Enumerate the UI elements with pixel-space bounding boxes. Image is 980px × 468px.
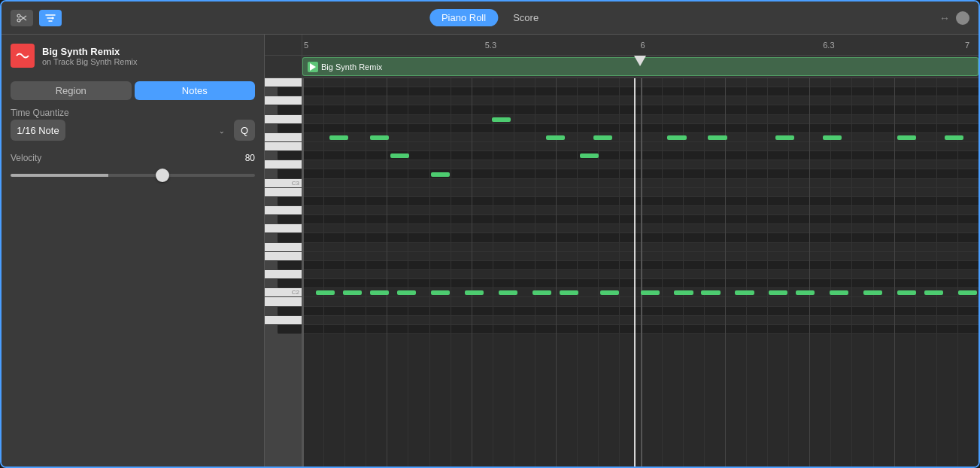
note-block[interactable] xyxy=(945,135,963,140)
piano-key[interactable] xyxy=(278,105,302,114)
svg-point-1 xyxy=(17,19,20,22)
scissors-button[interactable] xyxy=(11,10,33,26)
piano-key[interactable] xyxy=(265,224,302,233)
piano-key[interactable] xyxy=(278,197,302,206)
note-block[interactable] xyxy=(593,135,612,140)
note-block[interactable] xyxy=(370,290,389,295)
note-block[interactable] xyxy=(390,153,409,158)
note-block[interactable] xyxy=(532,290,551,295)
note-block[interactable] xyxy=(431,290,450,295)
note-block[interactable] xyxy=(580,153,599,158)
quantize-apply-button[interactable]: Q xyxy=(234,120,255,141)
playhead-triangle-icon xyxy=(634,56,646,68)
timeline-mark-5: 5 xyxy=(304,41,308,50)
note-block[interactable] xyxy=(667,135,686,140)
piano-key[interactable] xyxy=(278,169,302,178)
toolbar: Piano Roll Score ↔ xyxy=(2,2,978,35)
piano-key[interactable] xyxy=(265,316,302,325)
timeline-mark-7: 7 xyxy=(965,41,969,50)
piano-grid-area: C3C2 xyxy=(265,78,978,466)
notes-button[interactable]: Notes xyxy=(135,81,256,100)
piano-key[interactable] xyxy=(265,206,302,215)
velocity-label: Velocity xyxy=(11,153,41,163)
quantize-select-wrapper: 1/16 Note 1/8 Note 1/4 Note 1/2 Note 1 B… xyxy=(11,120,229,141)
quantize-row: 1/16 Note 1/8 Note 1/4 Note 1/2 Note 1 B… xyxy=(11,120,255,141)
play-icon xyxy=(308,62,318,72)
main-window: Piano Roll Score ↔ Big Synth Remix on Tr… xyxy=(0,0,980,468)
score-tab[interactable]: Score xyxy=(501,9,551,26)
note-block[interactable] xyxy=(674,290,693,295)
note-block[interactable] xyxy=(708,135,727,140)
note-block[interactable] xyxy=(823,135,842,140)
note-block[interactable] xyxy=(701,290,720,295)
piano-key[interactable] xyxy=(265,188,302,197)
note-block[interactable] xyxy=(897,290,916,295)
piano-key[interactable] xyxy=(265,133,302,142)
piano-key[interactable] xyxy=(278,307,302,316)
record-button[interactable] xyxy=(956,11,969,25)
piano-key[interactable] xyxy=(278,124,302,133)
piano-key[interactable] xyxy=(278,279,302,288)
piano-key[interactable] xyxy=(265,142,302,151)
note-block[interactable] xyxy=(431,172,450,177)
piano-roll-area: 5 5.3 6 6.3 7 Big Synth Remix xyxy=(265,35,978,466)
note-block[interactable] xyxy=(465,290,484,295)
note-block[interactable] xyxy=(492,117,511,122)
note-block[interactable] xyxy=(924,290,943,295)
note-block[interactable] xyxy=(897,135,916,140)
timeline-mark-63: 6.3 xyxy=(823,41,834,50)
piano-key[interactable] xyxy=(278,325,302,334)
note-block[interactable] xyxy=(560,290,578,295)
timeline-track-header-spacer xyxy=(265,35,302,55)
note-block[interactable] xyxy=(863,290,882,295)
svg-marker-6 xyxy=(634,56,646,66)
piano-roll-tab[interactable]: Piano Roll xyxy=(429,9,498,26)
piano-key[interactable] xyxy=(278,233,302,242)
piano-key[interactable]: C3 xyxy=(265,179,302,188)
piano-key[interactable] xyxy=(278,151,302,160)
timeline-header: 5 5.3 6 6.3 7 xyxy=(265,35,978,56)
piano-key[interactable] xyxy=(278,215,302,224)
piano-key[interactable] xyxy=(265,78,302,87)
toolbar-right: ↔ xyxy=(939,11,969,25)
note-block[interactable] xyxy=(775,135,794,140)
piano-key[interactable] xyxy=(265,270,302,279)
region-bar-content: Big Synth Remix xyxy=(302,56,978,77)
piano-key[interactable] xyxy=(265,160,302,169)
left-panel: Big Synth Remix on Track Big Synth Remix… xyxy=(2,35,265,466)
piano-key[interactable] xyxy=(265,252,302,261)
svg-point-0 xyxy=(17,14,20,17)
note-block[interactable] xyxy=(329,135,348,140)
note-grid[interactable] xyxy=(302,78,978,466)
velocity-row: Velocity 80 xyxy=(11,153,255,163)
note-block[interactable] xyxy=(499,290,517,295)
note-block[interactable] xyxy=(316,290,335,295)
piano-key[interactable] xyxy=(265,115,302,124)
note-block[interactable] xyxy=(769,290,787,295)
note-block[interactable] xyxy=(546,135,565,140)
note-block[interactable] xyxy=(343,290,362,295)
note-block[interactable] xyxy=(600,290,619,295)
note-block[interactable] xyxy=(830,290,848,295)
resize-icon: ↔ xyxy=(939,12,950,24)
velocity-slider[interactable] xyxy=(11,174,255,177)
piano-key[interactable] xyxy=(265,96,302,105)
piano-key[interactable] xyxy=(278,261,302,270)
note-block[interactable] xyxy=(641,290,660,295)
toggle-row: Region Notes xyxy=(11,81,255,100)
note-block[interactable] xyxy=(735,290,754,295)
note-block[interactable] xyxy=(796,290,815,295)
note-block[interactable] xyxy=(958,290,977,295)
region-name: Big Synth Remix xyxy=(321,62,382,71)
piano-key[interactable] xyxy=(265,243,302,252)
note-block[interactable] xyxy=(397,290,416,295)
piano-key[interactable] xyxy=(278,87,302,96)
note-block[interactable] xyxy=(370,135,389,140)
quantize-select[interactable]: 1/16 Note 1/8 Note 1/4 Note 1/2 Note 1 B… xyxy=(11,120,65,141)
piano-key[interactable]: C2 xyxy=(265,288,302,297)
piano-key[interactable] xyxy=(265,297,302,306)
region-button[interactable]: Region xyxy=(11,81,132,100)
track-name: Big Synth Remix xyxy=(42,46,138,57)
filter-button[interactable] xyxy=(39,10,62,26)
track-text: Big Synth Remix on Track Big Synth Remix xyxy=(42,46,138,66)
